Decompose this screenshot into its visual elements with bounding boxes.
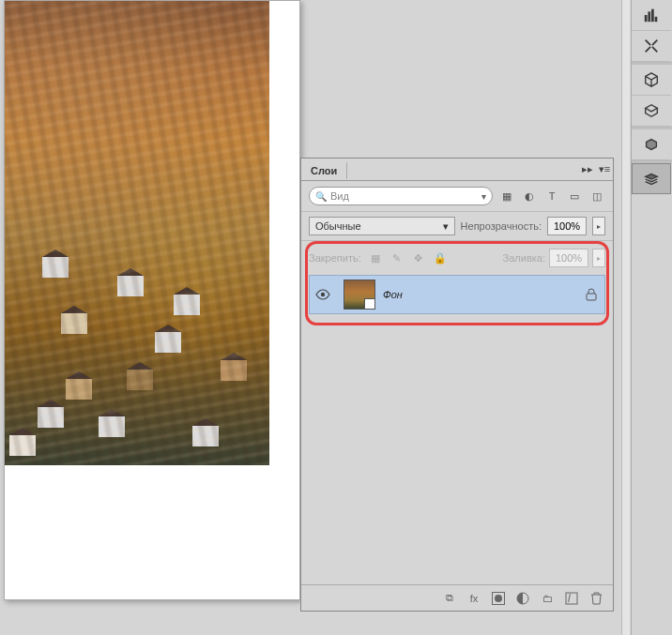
mask-icon[interactable] bbox=[491, 591, 506, 606]
collapse-panel-icon[interactable]: ▸▸ bbox=[579, 161, 596, 178]
layer-list: Фон bbox=[309, 273, 605, 314]
filter-smart-icon[interactable]: ◫ bbox=[588, 188, 605, 204]
svg-line-6 bbox=[652, 40, 657, 45]
box-icon[interactable] bbox=[632, 96, 671, 127]
svg-line-7 bbox=[646, 47, 650, 52]
right-dock-toolbar bbox=[631, 0, 672, 635]
fill-label: Заливка: bbox=[503, 252, 545, 264]
lock-options-row: Закрепить: ▦ ✎ ✥ 🔒 Заливка: 100% ▸ bbox=[309, 247, 605, 273]
3d-cube-icon[interactable] bbox=[632, 65, 671, 96]
blend-mode-value: Обычные bbox=[315, 220, 361, 232]
adjustment-layer-icon[interactable] bbox=[515, 591, 530, 606]
delete-layer-icon[interactable] bbox=[588, 591, 603, 606]
tools-icon[interactable] bbox=[632, 31, 671, 62]
fill-slider-toggle[interactable]: ▸ bbox=[592, 249, 605, 267]
lock-brush-icon[interactable]: ✎ bbox=[390, 251, 404, 265]
tab-layers[interactable]: Слои bbox=[301, 162, 347, 179]
filter-image-icon[interactable]: ▦ bbox=[498, 188, 515, 204]
search-icon: 🔍 bbox=[315, 191, 327, 202]
fill-input[interactable]: 100% bbox=[549, 249, 588, 267]
group-icon[interactable]: 🗀 bbox=[540, 591, 555, 606]
workspace: Слои ▸▸ ▾≡ 🔍 Вид ▾ ▦ ◐ T ▭ ◫ Обычные bbox=[0, 0, 672, 635]
panel-menu-icon[interactable]: ▾≡ bbox=[596, 161, 613, 178]
svg-point-8 bbox=[321, 293, 325, 296]
filter-adjust-icon[interactable]: ◐ bbox=[521, 188, 538, 204]
svg-rect-1 bbox=[648, 11, 650, 22]
svg-line-4 bbox=[646, 40, 650, 45]
lock-all-icon[interactable]: 🔒 bbox=[434, 251, 447, 265]
search-label: Вид bbox=[330, 190, 478, 202]
layer-search-input[interactable]: 🔍 Вид ▾ bbox=[309, 187, 493, 205]
layer-thumbnail[interactable] bbox=[344, 280, 375, 310]
svg-point-11 bbox=[495, 595, 502, 602]
filter-shape-icon[interactable]: ▭ bbox=[566, 188, 583, 204]
layer-locked-icon bbox=[578, 288, 604, 301]
lock-move-icon[interactable]: ✥ bbox=[412, 251, 425, 265]
visibility-toggle-icon[interactable] bbox=[310, 289, 336, 300]
layers-panel: Слои ▸▸ ▾≡ 🔍 Вид ▾ ▦ ◐ T ▭ ◫ Обычные bbox=[300, 158, 614, 612]
blend-mode-select[interactable]: Обычные ▾ bbox=[309, 217, 455, 235]
opacity-slider-toggle[interactable]: ▸ bbox=[592, 217, 605, 235]
lock-pixels-icon[interactable]: ▦ bbox=[369, 251, 382, 265]
svg-line-5 bbox=[652, 47, 657, 52]
svg-rect-9 bbox=[587, 294, 596, 300]
new-layer-icon[interactable] bbox=[564, 591, 579, 606]
chevron-down-icon: ▾ bbox=[443, 220, 449, 233]
link-layers-icon[interactable]: ⧉ bbox=[442, 591, 457, 606]
layer-filter-row: 🔍 Вид ▾ ▦ ◐ T ▭ ◫ bbox=[301, 181, 613, 212]
layers-panel-footer: ⧉ fx 🗀 bbox=[301, 584, 613, 611]
layer-name-label[interactable]: Фон bbox=[383, 289, 578, 300]
svg-rect-2 bbox=[651, 9, 654, 23]
locked-highlight-zone: Закрепить: ▦ ✎ ✥ 🔒 Заливка: 100% ▸ bbox=[301, 241, 613, 329]
panel-tabs: Слои ▸▸ ▾≡ bbox=[301, 159, 613, 181]
histogram-icon[interactable] bbox=[632, 0, 671, 31]
layer-row[interactable]: Фон bbox=[309, 275, 605, 314]
chevron-down-icon: ▾ bbox=[481, 191, 486, 202]
layers-icon[interactable] bbox=[632, 163, 671, 194]
fx-icon[interactable]: fx bbox=[466, 591, 481, 606]
svg-rect-0 bbox=[645, 15, 648, 22]
opacity-label: Непрозрачность: bbox=[461, 220, 542, 232]
lock-label: Закрепить: bbox=[309, 252, 361, 264]
canvas-document[interactable] bbox=[4, 0, 300, 600]
opacity-input[interactable]: 100% bbox=[547, 217, 587, 235]
svg-rect-3 bbox=[655, 17, 658, 22]
vertical-scrollbar[interactable] bbox=[621, 0, 630, 635]
single-cube-icon[interactable] bbox=[632, 129, 671, 160]
svg-rect-13 bbox=[566, 593, 577, 604]
canvas-image bbox=[5, 1, 269, 465]
blend-mode-row: Обычные ▾ Непрозрачность: 100% ▸ bbox=[301, 212, 613, 241]
filter-type-icon[interactable]: T bbox=[543, 188, 560, 204]
